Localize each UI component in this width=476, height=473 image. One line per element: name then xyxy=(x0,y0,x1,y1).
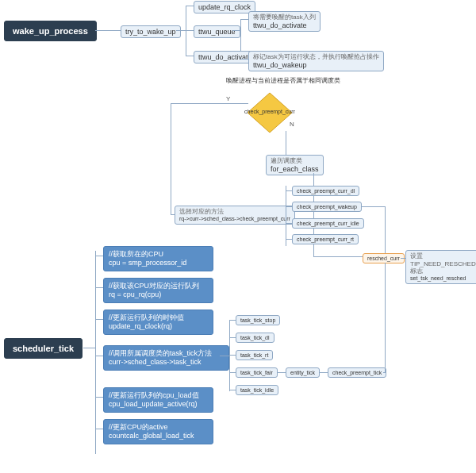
tick-block-1: //获取该CPU对应的运行队列rq = cpu_rq(cpu) xyxy=(103,278,213,303)
check-preempt-curr-label: check_preempt_curr xyxy=(234,109,305,114)
label-n: N xyxy=(290,121,294,128)
set-tsk-need-resched: 设置TIP_NEED_RESCHED标志 set_tsk_need_resche… xyxy=(405,250,476,284)
try-to-wake-up: try_to_wake_up xyxy=(121,25,181,38)
ttwu-do-activate-2: ttwu_do_activate xyxy=(194,51,257,63)
cp-curr-rt: check_preempt_curr_rt xyxy=(292,234,359,244)
ttwu-do-wakeup: 标记task为可运行状态，并执行唤醒抢占操作 ttwu_do_wakeup xyxy=(248,51,384,71)
cp-wakeup: check_preempt_wakeup xyxy=(292,202,362,212)
tick-block-5: //更新CPU的activecountcalc_global_load_tick xyxy=(103,419,213,444)
task-tick-idle: task_tick_idle xyxy=(236,385,278,395)
label-y: Y xyxy=(226,95,230,102)
tick-block-2: //更新运行队列的时钟值update_rq_clock(rq) xyxy=(103,310,213,335)
cp-curr-idle: check_preempt_curr_idle xyxy=(292,218,364,229)
check-preempt-tick: check_preempt_tick xyxy=(328,367,386,378)
tick-block-4: //更新运行队列的cpu_load值cpu_load_update_active… xyxy=(103,387,213,413)
task-tick-rt: task_tick_rt xyxy=(236,350,273,360)
cp-curr-dl: check_preempt_curr_dl xyxy=(292,186,359,196)
ttwu-do-activate: 将需要唤醒的task入列 ttwu_do_activate xyxy=(248,11,321,32)
task-tick-dl: task_tick_dl xyxy=(236,333,274,343)
entity-tick: entity_tick xyxy=(286,367,320,378)
task-tick-stop: task_tick_stop xyxy=(236,315,280,325)
scheduler-tick: scheduler_tick xyxy=(4,338,83,359)
wake-up-process: wake_up_process xyxy=(4,21,97,41)
tick-block-0: //获取所在的CPUcpu = smp_processor_id xyxy=(103,246,213,271)
for-each-class: 遍历调度类 for_each_class xyxy=(266,155,324,175)
select-method: 选择对应的方法 rq->curr->sched_class->check_pre… xyxy=(175,206,295,225)
resched-curr: resched_curr xyxy=(363,253,405,263)
update-rq-clock: update_rq_clock xyxy=(194,1,255,13)
tick-block-3: //调用所属调度类的task_tick方法curr->sched_class->… xyxy=(103,345,229,371)
same-class-note: 唤醒进程与当前进程是否属于相同调度类 xyxy=(226,76,340,85)
ttwu-queue: ttwu_queue xyxy=(194,25,240,38)
task-tick-fair: task_tick_fair xyxy=(236,367,278,378)
